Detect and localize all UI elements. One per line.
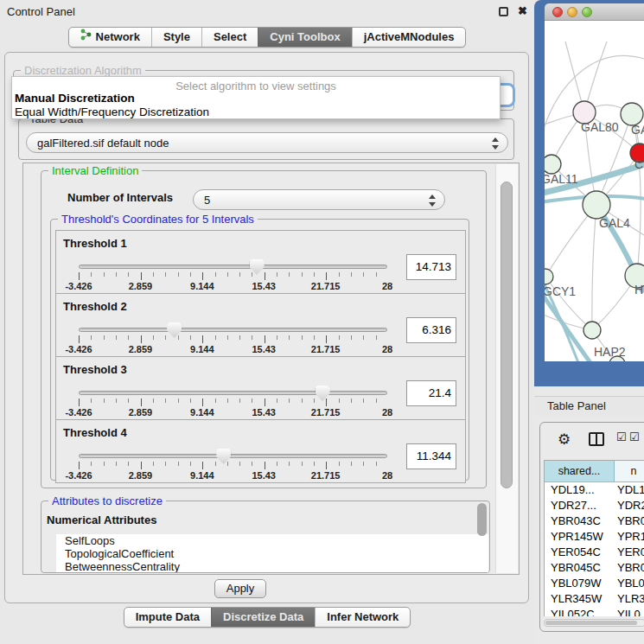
network-graph[interactable]: GAL80GACGAL4GCY1HHAP2GAL11	[545, 21, 644, 361]
network-node-label: GAL80	[581, 120, 619, 134]
table-data-combobox[interactable]: galFiltered.sif default node	[26, 132, 508, 153]
gear-icon[interactable]: ⚙	[558, 430, 571, 449]
network-edge[interactable]	[632, 114, 641, 276]
cell-shared-name[interactable]: YPR145W	[545, 529, 615, 545]
zoom-traffic-light-icon[interactable]	[582, 7, 592, 17]
cell-name[interactable]: YBL0	[615, 576, 644, 591]
table-row[interactable]: YDR27...YDR2	[545, 498, 644, 513]
table-row[interactable]: YER054CYER0	[545, 545, 644, 560]
threshold-value-box[interactable]: 11.344	[406, 443, 456, 469]
slider-scale-label: 9.144	[190, 407, 214, 418]
table-row[interactable]: YIL052CYIL0	[545, 607, 644, 616]
cyni-toolbox-panel: Discretization Algorithm Select algorith…	[4, 52, 529, 603]
tab-select[interactable]: Select	[201, 28, 258, 47]
table-hscrollbar-track[interactable]	[544, 619, 644, 627]
cell-shared-name[interactable]: YBR043C	[545, 513, 615, 529]
cell-name[interactable]: YLR3	[615, 591, 644, 607]
threshold-slider[interactable]: -3.4262.8599.14415.4321.71528	[79, 388, 388, 418]
cell-name[interactable]: YER0	[615, 545, 644, 560]
network-edge[interactable]	[592, 205, 596, 330]
settings-scrollbar-track[interactable]	[495, 164, 518, 573]
settings-scroll-pane: Interval Definition Number of Intervals …	[22, 163, 520, 575]
cell-shared-name[interactable]: YLR345W	[545, 591, 615, 607]
checkbox-icon[interactable]: ☑	[616, 430, 627, 443]
settings-scrollbar-thumb[interactable]	[501, 182, 513, 488]
network-node[interactable]	[545, 155, 561, 174]
cell-shared-name[interactable]: YDR27...	[545, 498, 615, 513]
slider-track[interactable]	[79, 328, 387, 332]
slider-scale-label: 9.144	[190, 470, 214, 481]
algorithm-prompt-item[interactable]: Select algorithm to view settings	[12, 77, 500, 92]
attribute-item[interactable]: TopologicalCoefficient	[56, 547, 488, 560]
threshold-slider[interactable]: -3.4262.8599.14415.4321.71528	[79, 262, 388, 291]
network-node[interactable]	[583, 191, 610, 219]
column-header-shared-name[interactable]: shared...	[545, 461, 615, 481]
tab-label: Select	[214, 28, 246, 47]
attributes-group-title: Attributes to discretize	[48, 494, 166, 507]
tab-impute-data[interactable]: Impute Data	[124, 608, 211, 627]
table-row[interactable]: YBL079WYBL0	[545, 576, 644, 591]
attribute-item[interactable]: BetweennessCentrality	[56, 560, 488, 572]
checkbox-icon[interactable]: ☑	[629, 430, 640, 443]
table-row[interactable]: YPR145WYPR1	[545, 529, 644, 545]
slider-track[interactable]	[79, 265, 387, 269]
cell-shared-name[interactable]: YDL19...	[545, 482, 615, 498]
toolbox-tabs: NetworkStyleSelectCyni ToolboxjActiveMNo…	[68, 27, 467, 48]
slider-track[interactable]	[79, 454, 387, 458]
split-columns-icon[interactable]	[589, 432, 604, 446]
table-row[interactable]: YLR345WYLR3	[545, 591, 644, 607]
network-node-label: GA	[631, 123, 644, 137]
cell-shared-name[interactable]: YBL079W	[545, 576, 615, 591]
threshold-slider[interactable]: -3.4262.8599.14415.4321.71528	[79, 325, 388, 354]
threshold-value-box[interactable]: 6.316	[406, 317, 456, 343]
tab-discretize-data[interactable]: Discretize Data	[211, 608, 315, 627]
network-node[interactable]	[545, 269, 553, 284]
cell-name[interactable]: YDR2	[615, 498, 644, 513]
network-view-window: GAL80GACGAL4GCY1HHAP2GAL11	[534, 0, 644, 386]
column-header-name[interactable]: n	[615, 461, 644, 481]
close-traffic-light-icon[interactable]	[552, 7, 563, 17]
tab-network[interactable]: Network	[69, 28, 151, 47]
table-hscrollbar-thumb[interactable]	[545, 621, 637, 625]
cell-name[interactable]: YDL1	[615, 482, 644, 498]
network-canvas[interactable]: GAL80GACGAL4GCY1HHAP2GAL11	[545, 21, 644, 361]
cell-name[interactable]: YPR1	[615, 529, 644, 545]
table-row[interactable]: YDL19...YDL1	[545, 482, 644, 498]
network-node[interactable]	[583, 322, 601, 339]
algorithm-item-manual[interactable]: Manual Discretization	[12, 92, 500, 105]
number-of-intervals-combobox[interactable]: 5	[193, 189, 445, 210]
tab-label: Impute Data	[136, 608, 200, 627]
float-window-icon[interactable]	[499, 7, 508, 16]
threshold-value-box[interactable]: 14.713	[406, 254, 456, 280]
cell-shared-name[interactable]: YIL052C	[545, 607, 615, 616]
apply-button[interactable]: Apply	[214, 579, 266, 598]
threshold-value-box[interactable]: 21.4	[406, 380, 456, 406]
slider-ticks	[79, 399, 388, 406]
numerical-attributes-list[interactable]: SelfLoopsTopologicalCoefficientBetweenne…	[56, 534, 488, 572]
threshold-slider[interactable]: -3.4262.8599.14415.4321.71528	[79, 451, 388, 481]
slider-scale-label: 15.43	[252, 407, 276, 418]
minimize-traffic-light-icon[interactable]	[567, 7, 577, 17]
slider-scale-label: -3.426	[65, 407, 92, 418]
cell-name[interactable]: YBR0	[615, 560, 644, 576]
cell-shared-name[interactable]: YBR045C	[545, 560, 615, 576]
tab-style[interactable]: Style	[151, 28, 201, 47]
attribute-item[interactable]: SelfLoops	[56, 534, 488, 547]
numerical-attributes-label: Numerical Attributes	[47, 513, 156, 526]
tab-label: Style	[163, 28, 190, 47]
algorithm-item-equal-width[interactable]: Equal Width/Frequency Discretization	[12, 105, 500, 119]
control-panel-window: Control Panel ✖ NetworkStyleSelectCyni T…	[0, 0, 534, 644]
slider-scale-label: -3.426	[65, 344, 92, 354]
tab-jactivemnodules[interactable]: jActiveMNodules	[352, 28, 466, 47]
cell-name[interactable]: YBR0	[615, 513, 644, 529]
slider-track[interactable]	[79, 391, 387, 395]
cell-name[interactable]: YIL0	[615, 607, 644, 616]
table-row[interactable]: YBR045CYBR0	[545, 560, 644, 576]
close-icon[interactable]: ✖	[518, 4, 527, 17]
attributes-list-scrollbar[interactable]	[477, 503, 487, 536]
slider-scale-labels: -3.4262.8599.14415.4321.71528	[79, 281, 387, 291]
table-row[interactable]: YBR043CYBR0	[545, 513, 644, 529]
tab-infer-network[interactable]: Infer Network	[315, 608, 410, 627]
cell-shared-name[interactable]: YER054C	[545, 545, 615, 560]
tab-cyni-toolbox[interactable]: Cyni Toolbox	[258, 28, 351, 47]
